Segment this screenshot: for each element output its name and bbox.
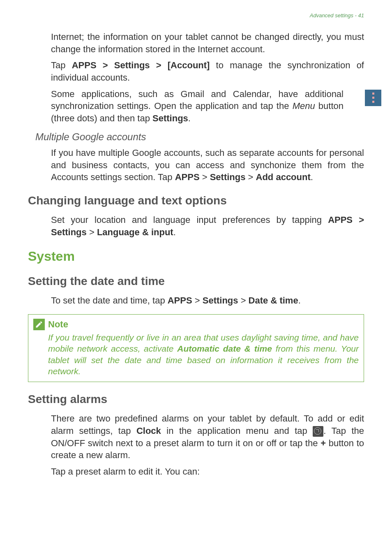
text-part2: . (311, 172, 313, 182)
text-settings-bold: Settings (152, 113, 188, 123)
text-settings: Settings (203, 295, 238, 306)
text-menu-italic: Menu (293, 101, 315, 111)
text-part2: . (298, 295, 301, 306)
pencil-icon (33, 319, 45, 330)
heading-language: Changing language and text options (28, 194, 364, 207)
text-add-account: Add account (256, 172, 311, 182)
text-sep1: > (200, 172, 210, 182)
paragraph-apps-account: Tap APPS > Settings > [Account] to manag… (28, 59, 364, 83)
paragraph-alarms: There are two predefined alarms on your … (28, 412, 364, 461)
text-sep2: > (245, 172, 256, 182)
text-sep2: > (238, 295, 249, 306)
paragraph-language: Set your location and language input pre… (28, 214, 364, 238)
paragraph-date-time: To set the date and time, tap APPS > Set… (28, 294, 364, 307)
note-body: If you travel frequently or live in an a… (33, 332, 359, 377)
text-settings: Settings (210, 172, 246, 182)
text-clock: Clock (136, 426, 161, 436)
note-title-row: Note (33, 319, 359, 330)
note-title: Note (48, 319, 68, 330)
text-bold-path: APPS > Settings > [Account] (72, 60, 210, 70)
text-apps: APPS (175, 172, 200, 182)
heading-system: System (28, 249, 364, 264)
paragraph-sync-apps: Some applications, such as Gmail and Cal… (28, 88, 364, 125)
text-part1: Set your location and language input pre… (51, 215, 328, 225)
text-part1: To set the date and time, tap (51, 295, 168, 306)
clock-icon (313, 426, 323, 437)
note-callout: Note If you travel frequently or live in… (28, 314, 364, 382)
text-sep: > (87, 227, 97, 237)
heading-alarms: Setting alarms (28, 393, 364, 406)
text-plus: + (321, 438, 326, 448)
paragraph-edit-alarm: Tap a preset alarm to edit it. You can: (28, 466, 364, 478)
page-header: Advanced settings - 41 (28, 12, 364, 19)
text-prefix: Tap (51, 60, 72, 70)
text-part2: in the application menu and tap (161, 426, 313, 436)
three-dots-menu-icon (365, 90, 381, 106)
text-apps: APPS (168, 295, 192, 306)
text-part3: . (188, 113, 191, 123)
subheading-multiple-accounts: Multiple Google accounts (28, 131, 364, 143)
paragraph-intro: Internet; the information on your tablet… (28, 31, 364, 55)
text-date-time: Date & time (249, 295, 298, 306)
heading-date-time: Setting the date and time (28, 275, 364, 288)
text-sep1: > (192, 295, 203, 306)
paragraph-multiple-accounts: If you have multiple Google accounts, su… (28, 147, 364, 183)
text-part2: . (173, 227, 176, 237)
text-lang-input: Language & input (97, 227, 173, 237)
note-bold: Automatic date & time (177, 344, 272, 353)
